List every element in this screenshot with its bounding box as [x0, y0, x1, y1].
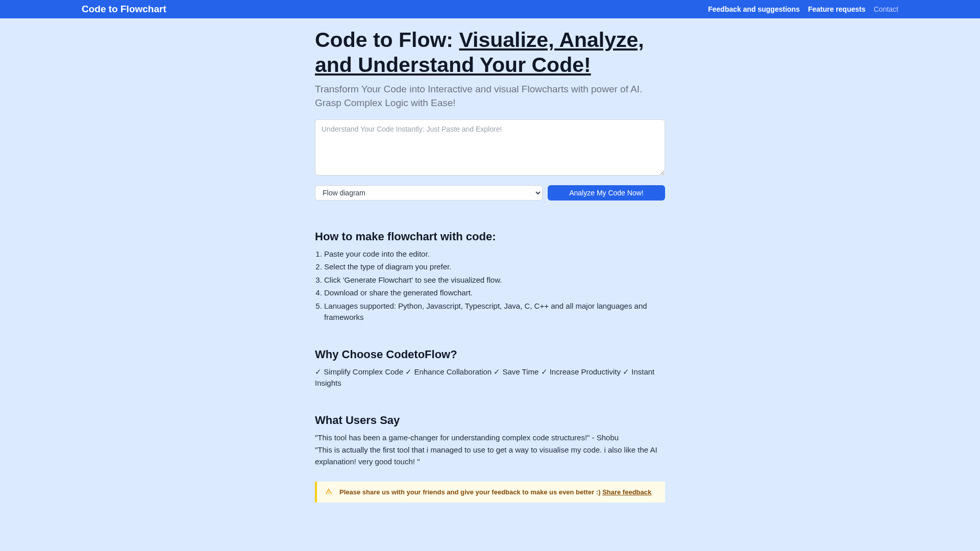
share-feedback-link[interactable]: Share feedback: [602, 488, 651, 496]
warning-icon: [325, 488, 332, 496]
nav-feedback-link[interactable]: Feedback and suggestions: [708, 5, 800, 13]
why-benefits: ✓ Simplify Complex Code ✓ Enhance Collab…: [315, 366, 665, 389]
howto-step: Paste your code into the editor.: [324, 248, 665, 260]
why-title: Why Choose CodetoFlow?: [315, 348, 665, 361]
testimonial-item: "This tool has been a game-changer for u…: [315, 432, 665, 444]
diagram-type-select[interactable]: Flow diagram: [315, 185, 543, 201]
nav-contact-link[interactable]: Contact: [874, 5, 898, 13]
howto-step: Click 'Generate Flowchart' to see the vi…: [324, 274, 665, 286]
header-nav: Feedback and suggestions Feature request…: [708, 5, 898, 13]
howto-step: Select the type of diagram you prefer.: [324, 261, 665, 273]
code-input[interactable]: [315, 119, 665, 176]
testimonials-section: What Users Say "This tool has been a gam…: [315, 414, 665, 468]
analyze-button[interactable]: Analyze My Code Now!: [548, 185, 665, 201]
testimonials-title: What Users Say: [315, 414, 665, 427]
hero-subtitle: Transform Your Code into Interactive and…: [315, 83, 665, 110]
howto-steps: Paste your code into the editor. Select …: [315, 248, 665, 323]
alert-text-container: Please share us with your friends and gi…: [339, 488, 651, 496]
nav-feature-requests-link[interactable]: Feature requests: [808, 5, 866, 13]
header: Code to Flowchart Feedback and suggestio…: [0, 0, 980, 18]
testimonial-item: "This is actually the first tool that i …: [315, 444, 665, 467]
feedback-alert: Please share us with your friends and gi…: [315, 482, 665, 503]
hero-title: Code to Flow: Visualize, Analyze, and Un…: [315, 28, 665, 78]
controls-row: Flow diagram Analyze My Code Now!: [315, 185, 665, 201]
logo[interactable]: Code to Flowchart: [82, 4, 166, 15]
hero-title-prefix: Code to Flow:: [315, 28, 459, 52]
howto-step: Lanuages supported: Python, Javascript, …: [324, 300, 665, 323]
main-content: Code to Flow: Visualize, Analyze, and Un…: [315, 18, 665, 503]
howto-title: How to make flowchart with code:: [315, 230, 665, 243]
alert-message: Please share us with your friends and gi…: [339, 488, 602, 496]
howto-section: How to make flowchart with code: Paste y…: [315, 230, 665, 323]
howto-step: Download or share the generated flowchar…: [324, 287, 665, 299]
why-section: Why Choose CodetoFlow? ✓ Simplify Comple…: [315, 348, 665, 389]
